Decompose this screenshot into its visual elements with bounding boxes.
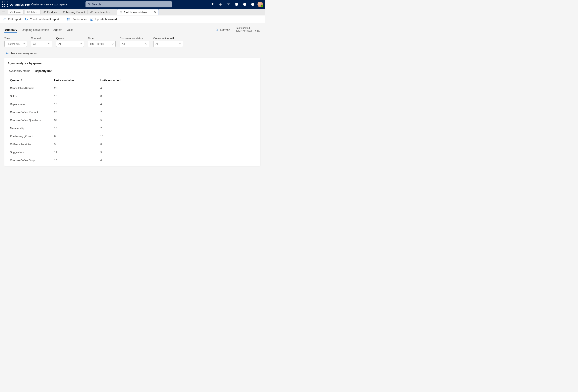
filter-select[interactable]: All (153, 41, 183, 47)
filter-select[interactable]: All (31, 41, 52, 47)
cell-queue: Purchasing gift card (8, 132, 52, 140)
plus-icon[interactable] (217, 0, 225, 9)
table-header-row: Queue Units available Units occupied (8, 77, 257, 84)
cell-occupied: 7 (98, 124, 257, 132)
filter-conversation-status: Conversation statusAll (120, 37, 149, 47)
filter-select[interactable]: All (120, 41, 149, 47)
checkout-report-button[interactable]: Checkout default report (25, 17, 59, 21)
app-launcher-icon[interactable] (1, 1, 8, 8)
cell-queue: Coffee subscription (8, 140, 52, 148)
view-tab-summary[interactable]: Summary (4, 27, 17, 33)
edit-report-button[interactable]: Edit report (3, 17, 21, 21)
tab-realtime-omnichannel[interactable]: Real time omnichannel an... (117, 9, 159, 15)
filter-value: GMT -08:00 (90, 42, 104, 45)
table-row[interactable]: Coffee subscription98 (8, 140, 257, 148)
refresh-button[interactable]: Refresh (215, 28, 230, 32)
table-row[interactable]: Sales128 (8, 92, 257, 100)
table-row[interactable]: Cancellation/Refund204 (8, 84, 257, 92)
tab-home[interactable]: Home (8, 10, 23, 14)
bookmarks-button[interactable]: Bookmarks (67, 17, 87, 21)
filter-time: TimeGMT -08:00 (88, 37, 116, 47)
svg-point-5 (7, 4, 8, 5)
filter-label: Channel (31, 37, 52, 40)
col-queue[interactable]: Queue (8, 77, 52, 84)
content-area: Summary Ongoing conversation Agents Voic… (0, 23, 265, 169)
svg-point-6 (2, 6, 3, 7)
globe-icon (120, 11, 122, 14)
filter-row: TimeLast 24 hrsChannelAllQueueAllTimeGMT… (4, 37, 260, 47)
queue-table: Queue Units available Units occupied Can… (8, 77, 257, 164)
view-tab-agents[interactable]: Agents (53, 27, 62, 33)
tab-label: Missing Product (66, 11, 85, 14)
table-row[interactable]: Purchasing gift card810 (8, 132, 257, 140)
table-row[interactable]: Suggestions119 (8, 148, 257, 156)
filter-value: All (33, 42, 36, 45)
table-row[interactable]: Contoso Coffee Product237 (8, 108, 257, 116)
filter-select[interactable]: Last 24 hrs (4, 41, 27, 47)
tab-inbox[interactable]: Inbox (25, 10, 40, 14)
svg-point-2 (7, 1, 8, 2)
wrench-icon (90, 11, 93, 13)
subtab-capacity[interactable]: Capacity unit (35, 68, 52, 74)
filter-select[interactable]: GMT -08:00 (88, 41, 116, 47)
tab-inbox-label: Inbox (31, 11, 38, 14)
avatar[interactable] (257, 1, 263, 7)
last-updated-label: Last updated (236, 26, 260, 30)
update-bookmark-button[interactable]: Update bookmark (90, 17, 118, 21)
svg-point-8 (7, 6, 8, 7)
table-row[interactable]: Contoso Coffee Questions325 (8, 116, 257, 124)
cell-occupied: 10 (98, 132, 257, 140)
tab-missing-product[interactable]: Missing Product (60, 9, 87, 15)
col-occupied[interactable]: Units occupied (98, 77, 257, 84)
divider (233, 27, 233, 33)
chevron-down-icon (80, 43, 82, 45)
svg-point-9 (88, 3, 90, 5)
topbar: Dynamics 365 Customer service workspace … (0, 0, 265, 9)
filter-select[interactable]: All (56, 41, 84, 47)
chevron-down-icon (145, 43, 147, 45)
panel-subtabs: Availability status Capacity unit (9, 68, 257, 74)
cmd-label: Bookmarks (72, 18, 87, 21)
gear-icon[interactable] (233, 0, 241, 9)
table-row[interactable]: Replacement164 (8, 100, 257, 108)
svg-point-1 (4, 1, 5, 2)
cell-occupied: 4 (98, 84, 257, 92)
view-tabs: Summary Ongoing conversation Agents Voic… (4, 26, 260, 34)
cell-occupied: 8 (98, 92, 257, 100)
view-tab-voice[interactable]: Voice (67, 27, 73, 33)
last-updated-value: 7/14/2022 5:08: 15 PM (236, 30, 260, 33)
filter-label: Time (88, 37, 116, 40)
sitemap-toggle-icon[interactable] (0, 9, 7, 15)
filter-queue: QueueAll (56, 37, 84, 47)
filter-label: Queue (56, 37, 84, 40)
filter-value: All (122, 42, 125, 45)
filter-label: Time (4, 37, 27, 40)
back-link[interactable]: back summary report (6, 52, 260, 55)
tab-label: Real time omnichannel an... (124, 11, 152, 14)
table-row[interactable]: Membership107 (8, 124, 257, 132)
svg-point-0 (2, 1, 3, 2)
filter-value: All (155, 42, 158, 45)
panel-title: Agent analytics by queue (8, 62, 257, 65)
close-icon[interactable] (154, 11, 156, 14)
emoji-icon[interactable] (249, 0, 257, 9)
filter-icon[interactable] (225, 0, 233, 9)
subtab-availability[interactable]: Availability status (9, 68, 30, 74)
table-row[interactable]: Contoso Coffee Shop154 (8, 156, 257, 164)
back-label: back summary report (11, 52, 38, 55)
help-icon[interactable] (241, 0, 249, 9)
tab-item-defective[interactable]: Item defective o... (88, 9, 117, 15)
view-tab-ongoing[interactable]: Ongoing conversation (22, 27, 49, 33)
cell-available: 11 (52, 148, 98, 156)
global-search[interactable]: Search (86, 1, 172, 7)
cell-occupied: 4 (98, 156, 257, 164)
cell-occupied: 9 (98, 148, 257, 156)
svg-point-33 (67, 20, 68, 20)
lightbulb-icon[interactable] (208, 0, 217, 9)
cell-queue: Contoso Coffee Shop (8, 156, 52, 164)
tab-fix-dryer[interactable]: Fix dryer (41, 9, 60, 15)
cell-queue: Sales (8, 92, 52, 100)
wrench-icon (43, 11, 46, 13)
col-available[interactable]: Units available (52, 77, 98, 84)
cell-available: 8 (52, 132, 98, 140)
